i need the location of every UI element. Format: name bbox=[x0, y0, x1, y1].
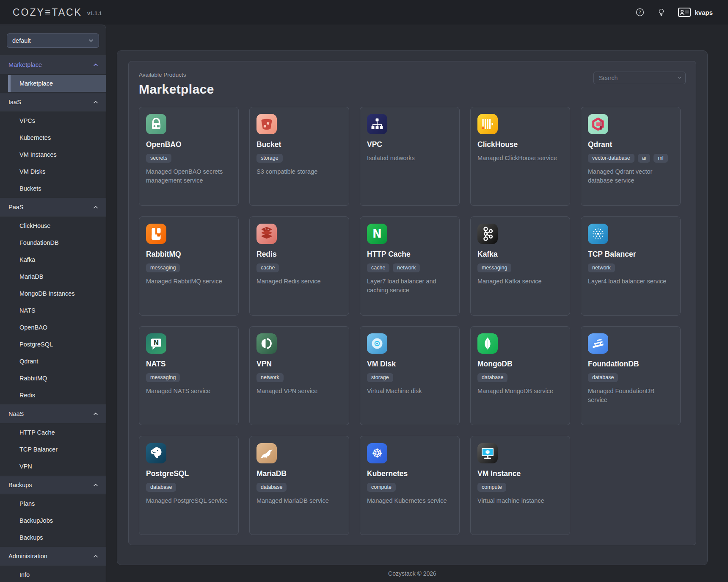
product-card-http-cache[interactable]: HTTP Cache cachenetwork Layer7 load bala… bbox=[360, 216, 460, 316]
product-card-bucket[interactable]: Bucket storage S3 compatible storage bbox=[249, 107, 349, 206]
product-description: Layer7 load balancer and caching service bbox=[367, 277, 452, 295]
product-tag: storage bbox=[367, 373, 393, 382]
product-card-postgresql[interactable]: PostgreSQL database Managed PostgreSQL s… bbox=[139, 436, 239, 535]
user-menu[interactable]: kvaps bbox=[678, 8, 713, 17]
breadcrumb: Available Products bbox=[139, 72, 214, 78]
product-description: Managed VPN service bbox=[256, 387, 342, 396]
product-title: Redis bbox=[256, 250, 342, 259]
help-icon[interactable]: ? bbox=[635, 8, 645, 17]
kafka-nodes-icon bbox=[477, 224, 498, 244]
product-tags: cachenetwork bbox=[367, 263, 452, 272]
product-card-vpc[interactable]: VPC Isolated networks bbox=[360, 107, 460, 206]
product-card-rabbitmq[interactable]: RabbitMQ messaging Managed RabbitMQ serv… bbox=[139, 216, 239, 316]
sidebar-item-vpcs[interactable]: VPCs bbox=[0, 112, 106, 129]
sidebar-section-administration[interactable]: Administration bbox=[0, 547, 106, 565]
sidebar-item-mongodb-instances[interactable]: MongoDB Instances bbox=[0, 285, 106, 302]
top-bar: COZY≡TACK v1.1.1 ? kvaps bbox=[0, 0, 728, 25]
product-title: TCP Balancer bbox=[588, 250, 673, 259]
product-tag: storage bbox=[256, 154, 283, 163]
mongodb-leaf-icon bbox=[477, 333, 498, 354]
sidebar-section-items: Marketplace bbox=[0, 74, 106, 93]
sidebar-item-openbao[interactable]: OpenBAO bbox=[0, 319, 106, 336]
sidebar-section-iaas[interactable]: IaaS bbox=[0, 93, 106, 111]
product-description: Managed RabbitMQ service bbox=[146, 277, 232, 286]
product-card-foundationdb[interactable]: FoundationDB database Managed Foundation… bbox=[581, 326, 681, 425]
product-description: Managed Kafka service bbox=[477, 277, 563, 286]
postgresql-elephant-icon bbox=[146, 443, 166, 463]
vm-monitor-icon bbox=[477, 443, 498, 463]
redis-stack-icon bbox=[256, 224, 277, 244]
sidebar-item-nats[interactable]: NATS bbox=[0, 302, 106, 319]
product-tags: database bbox=[256, 483, 342, 492]
page-title: Marketplace bbox=[139, 82, 214, 97]
product-card-vm-instance[interactable]: VM Instance compute Virtual machine inst… bbox=[470, 436, 570, 535]
product-tags: compute bbox=[477, 483, 563, 492]
sidebar-item-vm-instances[interactable]: VM Instances bbox=[0, 146, 106, 163]
namespace-select[interactable]: default bbox=[7, 33, 99, 48]
clickhouse-bars-icon bbox=[477, 114, 498, 134]
sidebar-item-vpn[interactable]: VPN bbox=[0, 458, 106, 475]
product-tag: messaging bbox=[146, 263, 180, 272]
sidebar-item-backups[interactable]: Backups bbox=[0, 529, 106, 546]
product-description: Managed Qdrant vector database service bbox=[588, 167, 673, 185]
sidebar-item-rabbitmq[interactable]: RabbitMQ bbox=[0, 370, 106, 387]
mariadb-seal-icon bbox=[256, 443, 277, 463]
sidebar-item-mariadb[interactable]: MariaDB bbox=[0, 268, 106, 285]
product-description: Managed Kubernetes service bbox=[367, 496, 452, 505]
product-tags: database bbox=[146, 483, 232, 492]
product-card-redis[interactable]: Redis cache Managed Redis service bbox=[249, 216, 349, 316]
product-tags: storage bbox=[256, 154, 342, 163]
sidebar-item-vm-disks[interactable]: VM Disks bbox=[0, 163, 106, 180]
product-card-kubernetes[interactable]: Kubernetes compute Managed Kubernetes se… bbox=[360, 436, 460, 535]
sidebar-item-foundationdb[interactable]: FoundationDB bbox=[0, 234, 106, 251]
search-input[interactable] bbox=[593, 72, 686, 84]
product-card-mongodb[interactable]: MongoDB database Managed MongoDB service bbox=[470, 326, 570, 425]
dotted-sphere-icon bbox=[588, 224, 608, 244]
sidebar-section: IaaS VPCsKubernetesVM InstancesVM DisksB… bbox=[0, 93, 106, 198]
product-description: Managed Redis service bbox=[256, 277, 342, 286]
sidebar-section-marketplace[interactable]: Marketplace bbox=[0, 55, 106, 74]
nats-bubble-icon bbox=[146, 333, 166, 354]
lightbulb-icon[interactable] bbox=[657, 8, 665, 17]
sidebar-item-info[interactable]: Info bbox=[0, 566, 106, 582]
sidebar-section-backups[interactable]: Backups bbox=[0, 476, 106, 494]
product-tags: database bbox=[477, 373, 563, 382]
product-title: MariaDB bbox=[256, 469, 342, 478]
sidebar-item-marketplace[interactable]: Marketplace bbox=[8, 75, 106, 92]
sidebar-item-tcp-balancer[interactable]: TCP Balancer bbox=[0, 441, 106, 458]
sidebar-item-kafka[interactable]: Kafka bbox=[0, 251, 106, 268]
product-tags: secrets bbox=[146, 154, 232, 163]
product-card-nats[interactable]: NATS messaging Managed NATS service bbox=[139, 326, 239, 425]
username-label: kvaps bbox=[695, 9, 713, 16]
sidebar-item-kubernetes[interactable]: Kubernetes bbox=[0, 129, 106, 146]
product-title: VM Instance bbox=[477, 469, 563, 478]
sidebar-section-naas[interactable]: NaaS bbox=[0, 405, 106, 423]
sidebar-item-backupjobs[interactable]: BackupJobs bbox=[0, 512, 106, 529]
sidebar-item-clickhouse[interactable]: ClickHouse bbox=[0, 217, 106, 234]
product-description: Managed OpenBAO secrets management servi… bbox=[146, 167, 232, 185]
sidebar-item-postgresql[interactable]: PostgreSQL bbox=[0, 336, 106, 353]
product-tag: ai bbox=[638, 154, 651, 163]
sidebar-section-paas[interactable]: PaaS bbox=[0, 198, 106, 216]
sidebar-section: Backups PlansBackupJobsBackups bbox=[0, 476, 106, 547]
product-card-kafka[interactable]: Kafka messaging Managed Kafka service bbox=[470, 216, 570, 316]
product-tags: network bbox=[256, 373, 342, 382]
product-card-qdrant[interactable]: Qdrant vector-databaseaiml Managed Qdran… bbox=[581, 107, 681, 206]
sidebar-section-items: PlansBackupJobsBackups bbox=[0, 494, 106, 547]
id-card-icon bbox=[678, 8, 691, 17]
product-card-clickhouse[interactable]: ClickHouse Managed ClickHouse service bbox=[470, 107, 570, 206]
product-card-vm-disk[interactable]: VM Disk storage Virtual Machine disk bbox=[360, 326, 460, 425]
product-card-mariadb[interactable]: MariaDB database Managed MariaDB service bbox=[249, 436, 349, 535]
product-card-tcp-balancer[interactable]: TCP Balancer network Layer4 load balance… bbox=[581, 216, 681, 316]
product-card-openbao[interactable]: OpenBAO secrets Managed OpenBAO secrets … bbox=[139, 107, 239, 206]
sidebar-item-redis[interactable]: Redis bbox=[0, 387, 106, 404]
product-description: S3 compatible storage bbox=[256, 167, 342, 176]
sidebar-item-qdrant[interactable]: Qdrant bbox=[0, 353, 106, 370]
chevron-up-icon bbox=[93, 483, 98, 487]
sidebar-item-buckets[interactable]: Buckets bbox=[0, 180, 106, 197]
sidebar-item-http-cache[interactable]: HTTP Cache bbox=[0, 424, 106, 441]
product-card-vpn[interactable]: VPN network Managed VPN service bbox=[249, 326, 349, 425]
sidebar-item-plans[interactable]: Plans bbox=[0, 495, 106, 512]
svg-text:?: ? bbox=[639, 10, 641, 15]
product-description: Managed MariaDB service bbox=[256, 496, 342, 505]
